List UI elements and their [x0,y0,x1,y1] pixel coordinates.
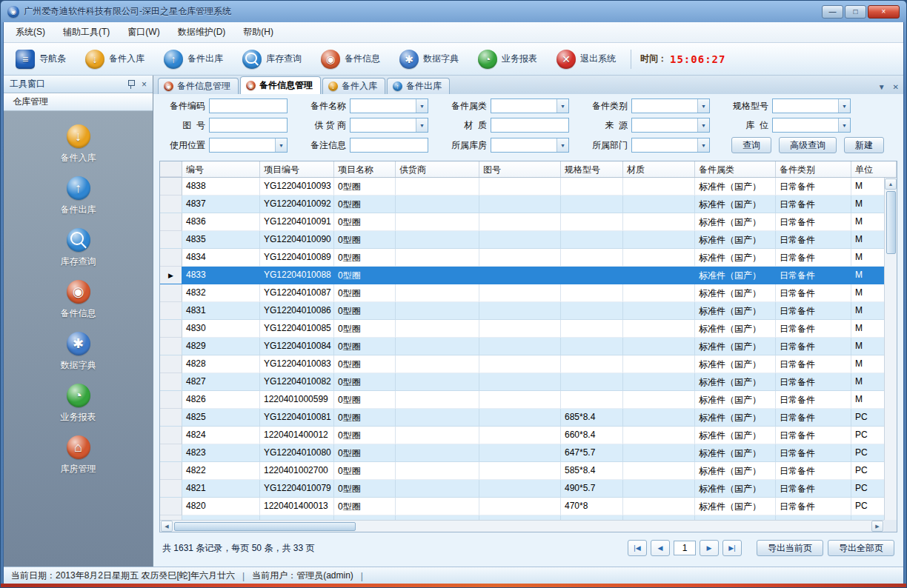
sidebar-item-parts-inbound[interactable]: ↓备件入库 [61,124,96,164]
table-row[interactable]: 4832YG122040100870型圈标准件（国产）日常备件M [160,284,897,302]
tab-list-dropdown-icon[interactable]: ▼ [878,83,886,91]
maximize-button[interactable]: □ [845,5,866,19]
table-row[interactable]: 482212204010027000型圈585*8.4标准件（国产）日常备件PC [160,462,897,480]
spec-model-select[interactable]: ▼ [772,98,851,113]
export-current-page-button[interactable]: 导出当前页 [757,540,823,556]
chevron-down-icon[interactable]: ▼ [838,99,850,113]
chevron-down-icon[interactable]: ▼ [416,99,428,113]
part-category-select[interactable]: ▼ [491,98,569,113]
table-row[interactable]: 4829YG122040100840型圈标准件（国产）日常备件M [160,338,897,355]
last-page-button[interactable]: ▶| [722,540,742,556]
chevron-down-icon[interactable]: ▼ [697,138,709,152]
sidebar-item-data-dictionary[interactable]: ✱数据字典 [61,332,96,372]
tab-2[interactable]: ↓备件入库 [322,78,385,94]
sidebar-close-icon[interactable]: × [142,79,147,90]
table-row[interactable]: ▶4833YG122040100880型圈标准件（国产）日常备件M [160,267,897,284]
drawing-no-input[interactable] [209,118,288,133]
column-header-1[interactable]: 项目编号 [260,161,334,177]
navbar-button[interactable]: ≡导航条 [10,47,72,72]
column-header-7[interactable]: 备件属类 [695,161,776,177]
parts-info-button[interactable]: ◉备件信息 [315,47,386,72]
data-dictionary-button[interactable]: ✱数据字典 [393,47,465,72]
scroll-right-icon[interactable]: ▶ [871,521,883,532]
table-row[interactable]: 4831YG122040100860型圈标准件（国产）日常备件M [160,302,897,320]
column-header-2[interactable]: 项目名称 [334,161,396,177]
remark-input[interactable] [350,138,428,153]
chevron-down-icon[interactable]: ▼ [697,118,709,132]
menu-item-1[interactable]: 辅助工具(T) [54,23,119,41]
department-select[interactable]: ▼ [631,138,710,153]
column-header-8[interactable]: 备件类别 [776,161,851,177]
supplier-select[interactable]: ▼ [350,118,428,133]
column-header-5[interactable]: 规格型号 [561,161,623,177]
material-input[interactable] [491,118,569,133]
table-row[interactable]: 482612204010005990型圈标准件（国产）日常备件M [160,391,897,409]
table-row[interactable]: 4828YG122040100830型圈标准件（国产）日常备件M [160,355,897,373]
sidebar-item-warehouse-mgmt[interactable]: ⌂库房管理 [61,435,96,475]
tab-0[interactable]: ◉备件信息管理 [158,78,239,94]
scroll-left-icon[interactable]: ◀ [161,521,173,532]
column-header-3[interactable]: 供货商 [396,161,479,177]
sidebar-item-stock-query[interactable]: 库存查询 [61,228,96,268]
vertical-scrollbar[interactable]: ▲ [884,178,897,520]
horizontal-scroll-thumb[interactable] [174,522,356,531]
chevron-down-icon[interactable]: ▼ [697,99,709,113]
table-row[interactable]: 4836YG122040100910型圈标准件（国产）日常备件M [160,213,897,231]
table-row[interactable]: 4821YG122040100790型圈490*5.7标准件（国产）日常备件PC [160,480,897,498]
column-header-4[interactable]: 图号 [479,161,561,177]
new-button[interactable]: 新建 [844,137,884,153]
next-page-button[interactable]: ▶ [700,540,719,556]
table-row[interactable]: 482012204014000130型圈470*8标准件（国产）日常备件PC [160,498,897,515]
menu-item-4[interactable]: 帮助(H) [234,23,282,41]
tab-close-icon[interactable]: ✕ [893,83,899,91]
parts-inbound-button[interactable]: ↓备件入库 [79,47,150,72]
menu-item-2[interactable]: 窗口(W) [119,23,168,41]
advanced-query-button[interactable]: 高级查询 [779,137,837,153]
stock-query-button[interactable]: 库存查询 [236,47,308,72]
usage-position-select[interactable]: ▼ [209,138,288,153]
query-button[interactable]: 查询 [731,137,771,153]
table-row[interactable]: 4838YG122040100930型圈标准件（国产）日常备件M [160,178,897,196]
chevron-down-icon[interactable]: ▼ [275,138,287,152]
exit-system-button[interactable]: ✕退出系统 [551,47,622,72]
table-row[interactable]: 4830YG122040100850型圈标准件（国产）日常备件M [160,320,897,338]
source-select[interactable]: ▼ [631,118,710,133]
chevron-down-icon[interactable]: ▼ [838,118,850,132]
table-row[interactable]: 4835YG122040100900型圈标准件（国产）日常备件M [160,231,897,249]
sidebar-item-business-report[interactable]: ◔业务报表 [61,384,96,424]
sidebar-item-parts-info[interactable]: ◉备件信息 [61,280,96,320]
menu-item-0[interactable]: 系统(S) [7,23,54,41]
tab-3[interactable]: ↑备件出库 [387,78,450,94]
warehouse-select[interactable]: ▼ [491,138,569,153]
minimize-button[interactable]: — [822,5,843,19]
horizontal-scrollbar[interactable]: ◀ ▶ [160,520,884,532]
chevron-down-icon[interactable]: ▼ [557,138,568,152]
page-number-input[interactable] [674,541,696,555]
menu-item-3[interactable]: 数据维护(D) [169,23,235,41]
column-header-9[interactable]: 单位 [851,161,897,177]
pin-icon[interactable] [127,79,136,89]
export-all-pages-button[interactable]: 导出全部页 [828,540,894,556]
chevron-down-icon[interactable]: ▼ [557,99,568,113]
column-header-6[interactable]: 材质 [623,161,695,177]
part-class-select[interactable]: ▼ [631,98,710,113]
table-row[interactable]: 4827YG122040100820型圈标准件（国产）日常备件M [160,373,897,391]
column-header-0[interactable]: 编号 [182,161,260,177]
vertical-scroll-thumb[interactable] [886,191,896,254]
sidebar-item-parts-outbound[interactable]: ↑备件出库 [61,176,96,216]
table-row[interactable]: 4837YG122040100920型圈标准件（国产）日常备件M [160,196,897,213]
tab-1[interactable]: ◉备件信息管理 [240,76,321,94]
chevron-down-icon[interactable]: ▼ [416,118,428,132]
business-report-button[interactable]: ◔业务报表 [472,47,543,72]
parts-outbound-button[interactable]: ↑备件出库 [158,47,229,72]
table-row[interactable]: 4825YG122040100810型圈685*8.4标准件（国产）日常备件PC [160,409,897,427]
table-row[interactable]: 4834YG122040100890型圈标准件（国产）日常备件M [160,249,897,267]
prev-page-button[interactable]: ◀ [651,540,670,556]
table-row[interactable]: 4823YG122040100800型圈647*5.7标准件（国产）日常备件PC [160,444,897,462]
part-name-select[interactable]: ▼ [350,98,428,113]
first-page-button[interactable]: |◀ [628,540,647,556]
part-code-input[interactable] [209,98,288,113]
stock-location-select[interactable]: ▼ [772,118,851,133]
table-row[interactable]: 482412204014000120型圈660*8.4标准件（国产）日常备件PC [160,427,897,444]
close-button[interactable]: × [868,5,900,19]
